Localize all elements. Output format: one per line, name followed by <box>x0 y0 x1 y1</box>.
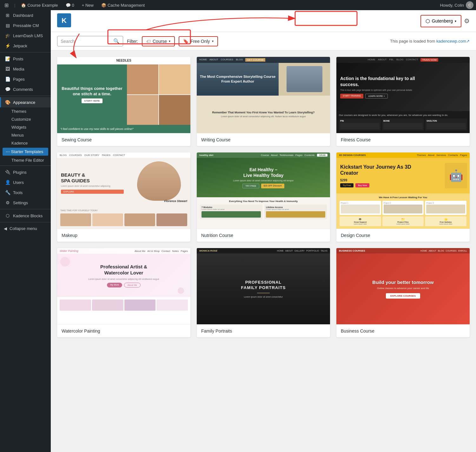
template-card-portrait[interactable]: MONICA ROSE HOMEABOUTGALLERYPORTFOLIOTAL… <box>197 248 330 337</box>
wp-logo-item[interactable]: ⊞ <box>3 2 10 8</box>
template-card-nutrition[interactable]: healthy diet CourseAboutTestimonialsPage… <box>197 152 330 242</box>
sidebar-item-learndash[interactable]: 🎓 LearnDash LMS <box>0 30 51 41</box>
comment-icon: 💬 <box>66 3 71 8</box>
widgets-label: Widgets <box>11 125 26 130</box>
kadence-link-area: This page is loaded from kadencewp.com↗ <box>390 39 470 44</box>
template-card-makeup[interactable]: BLOGCOURSESOUR STORYPAGESCONTACT BEAUTY … <box>57 152 190 242</box>
template-name-nutrition: Nutrition Course <box>197 229 330 242</box>
collapse-icon: ◀ <box>4 226 7 231</box>
template-card-design[interactable]: 3D DESIGN COURSES ThemesAboutServicesCon… <box>336 152 470 242</box>
settings-gear-icon: ⚙ <box>464 17 470 24</box>
sidebar-sub-themes[interactable]: Themes <box>0 107 51 115</box>
sidebar-label-jetpack: Jetpack <box>13 44 27 48</box>
kadence-logo-svg: K <box>57 13 71 27</box>
kadence-link-text: This page is loaded from <box>390 39 436 44</box>
free-only-label: Free Only <box>190 39 210 44</box>
template-name-fitness: Fitness Course <box>336 133 470 146</box>
pressable-icon: ▤ <box>5 23 10 28</box>
plugins-icon: 🔌 <box>5 170 10 175</box>
sidebar-item-settings[interactable]: ⚙ Settings <box>0 198 51 208</box>
template-preview-portrait: MONICA ROSE HOMEABOUTGALLERYPORTFOLIOTAL… <box>197 248 330 324</box>
free-only-filter-button[interactable]: 🔖 Free Only ▾ <box>179 36 218 46</box>
sidebar-sub-menus[interactable]: Menus <box>0 131 51 139</box>
cache-item[interactable]: 📦 Cache Management <box>99 3 147 8</box>
admin-bar: ⊞ | 🏠 Course Example 💬 0 + New 📦 Cache M… <box>0 0 476 10</box>
learndash-icon: 🎓 <box>5 33 10 38</box>
sidebar-item-jetpack[interactable]: ⚡ Jetpack <box>0 41 51 51</box>
template-preview-makeup: BLOGCOURSESOUR STORYPAGESCONTACT BEAUTY … <box>57 152 190 229</box>
sidebar-sub-customize[interactable]: Customize <box>0 115 51 123</box>
course-filter-button[interactable]: 🏷 Course ▾ <box>142 36 175 46</box>
sidebar-item-posts[interactable]: 📝 Posts <box>0 54 51 64</box>
customize-label: Customize <box>11 117 31 122</box>
howdy-item: Howdy, Colin C <box>440 1 473 9</box>
tag-icon: 🏷 <box>146 39 151 44</box>
template-preview-business: BUSINESS COURSES HOMEABOUTBLOGCOURSESENR… <box>336 248 470 324</box>
user-avatar[interactable]: C <box>466 1 473 9</box>
site-name: Course Example <box>27 3 58 8</box>
main-panel: K ⬡ Gutenberg ▾ ⚙ <box>51 10 476 452</box>
template-card-watercolor[interactable]: Water Painting About MeArt & ShopContact… <box>57 248 190 337</box>
sidebar-sub-theme-file-editor[interactable]: Theme File Editor <box>0 156 51 164</box>
gutenberg-icon: ⬡ <box>426 18 430 24</box>
new-item[interactable]: + New <box>80 3 96 8</box>
sidebar-sub-widgets[interactable]: Widgets <box>0 123 51 131</box>
collapse-label: Collapse menu <box>10 226 37 231</box>
gutenberg-button[interactable]: ⬡ Gutenberg ▾ <box>420 15 461 27</box>
posts-icon: 📝 <box>5 56 10 61</box>
kadence-link[interactable]: kadencewp.com↗ <box>436 39 470 44</box>
search-input[interactable] <box>61 39 111 44</box>
sidebar-item-pages[interactable]: 📄 Pages <box>0 74 51 84</box>
starter-templates-label: ⋯ Starter Templates <box>6 149 43 154</box>
template-card-writing[interactable]: HOMEABOUTCOURSESBLOGGET COURSE The Most … <box>197 57 330 146</box>
sidebar-label-learndash: LearnDash LMS <box>13 33 43 38</box>
template-preview-writing: HOMEABOUTCOURSESBLOGGET COURSE The Most … <box>197 57 330 133</box>
sidebar-label-comments: Comments <box>13 87 33 92</box>
sidebar-item-users[interactable]: 👤 Users <box>0 177 51 187</box>
sidebar-item-dashboard[interactable]: ⊞ Dashboard <box>0 10 51 20</box>
kadence-logo: K <box>57 13 71 29</box>
template-card-sewing[interactable]: NEEDLES Beautiful things come together o… <box>57 57 190 146</box>
sidebar-label-tools: Tools <box>13 190 23 195</box>
sidebar-item-plugins[interactable]: 🔌 Plugins <box>0 167 51 177</box>
pages-icon: 📄 <box>5 77 10 82</box>
theme-file-editor-label: Theme File Editor <box>11 158 44 163</box>
sidebar-item-tools[interactable]: 🔧 Tools <box>0 187 51 198</box>
tools-icon: 🔧 <box>5 190 10 195</box>
template-name-design: Design Course <box>336 229 470 242</box>
themes-label: Themes <box>11 109 26 114</box>
sidebar-item-comments[interactable]: 💬 Comments <box>0 84 51 94</box>
sidebar-sub-starter-templates[interactable]: ⋯ Starter Templates <box>3 148 48 156</box>
collapse-menu-item[interactable]: ◀ Collapse menu <box>0 224 51 233</box>
sidebar-label-media: Media <box>13 67 24 71</box>
template-name-portrait: Family Portraits <box>197 324 330 337</box>
sidebar-item-media[interactable]: 🖼 Media <box>0 64 51 74</box>
sidebar-item-kadence-blocks[interactable]: ⬡ Kadence Blocks <box>0 211 51 221</box>
search-box[interactable]: 🔍 <box>57 36 123 46</box>
bookmark-icon: 🔖 <box>183 39 188 44</box>
site-name-item[interactable]: 🏠 Course Example <box>19 3 60 8</box>
top-header: K ⬡ Gutenberg ▾ ⚙ <box>51 10 476 32</box>
template-name-sewing: Sewing Course <box>57 133 190 146</box>
sidebar-label-appearance: Appearance <box>13 100 35 105</box>
template-card-business[interactable]: BUSINESS COURSES HOMEABOUTBLOGCOURSESENR… <box>336 248 470 337</box>
site-icon: 🏠 <box>21 3 26 8</box>
howdy-text: Howdy, Colin <box>440 3 464 8</box>
comments-item[interactable]: 💬 0 <box>64 3 76 8</box>
template-preview-watercolor: Water Painting About MeArt & ShopContact… <box>57 248 190 324</box>
sidebar-sub-kadence[interactable]: Kadence <box>0 139 51 147</box>
settings-gear-button[interactable]: ⚙ <box>464 17 470 25</box>
sidebar-item-appearance[interactable]: 🎨 Appearance <box>0 97 51 107</box>
sidebar-label-users: Users <box>13 180 24 185</box>
sidebar-label-pressable: Pressable CM <box>13 23 39 28</box>
template-name-makeup: Makeup <box>57 229 190 242</box>
template-card-fitness[interactable]: HOMEABOUTFBLBLOGCONTACTTRAIN NOW Action … <box>336 57 470 146</box>
menus-label: Menus <box>11 133 24 138</box>
sidebar-item-pressable[interactable]: ▤ Pressable CM <box>0 20 51 30</box>
sidebar-label-posts: Posts <box>13 57 23 61</box>
wp-logo-icon: ⊞ <box>4 2 9 8</box>
templates-grid: NEEDLES Beautiful things come together o… <box>57 57 470 337</box>
jetpack-icon: ⚡ <box>5 43 10 48</box>
sidebar-label-plugins: Plugins <box>13 170 27 175</box>
dashboard-icon: ⊞ <box>5 13 10 18</box>
